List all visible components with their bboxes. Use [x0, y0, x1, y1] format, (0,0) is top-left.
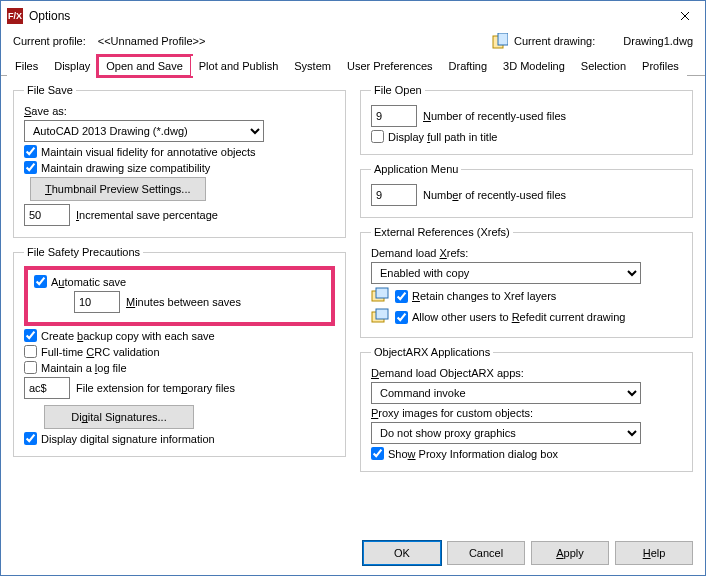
display-signature-checkbox[interactable]: Display digital signature information: [24, 432, 215, 445]
app-icon: F/X: [7, 8, 23, 24]
minutes-between-saves-label: Minutes between saves: [126, 296, 241, 308]
titlebar: F/X Options: [1, 1, 705, 31]
apply-button[interactable]: Apply: [531, 541, 609, 565]
right-column: File Open Number of recently-used files …: [360, 84, 693, 529]
group-application-menu: Application Menu Number of recently-used…: [360, 163, 693, 218]
save-as-label: Save as:: [24, 105, 67, 117]
current-profile-label: Current profile:: [13, 35, 86, 47]
automatic-save-checkbox[interactable]: Automatic save: [34, 275, 126, 288]
ok-button[interactable]: OK: [363, 541, 441, 565]
legend-objectarx: ObjectARX Applications: [371, 346, 493, 358]
drawing-icon: [492, 33, 508, 49]
create-backup-checkbox[interactable]: Create backup copy with each save: [24, 329, 215, 342]
display-signature-label: Display digital signature information: [41, 433, 215, 445]
full-path-label: Display full path in title: [388, 131, 497, 143]
autosave-highlight: Automatic save Minutes between saves: [24, 266, 335, 326]
tab-files[interactable]: Files: [7, 56, 46, 76]
group-file-safety: File Safety Precautions Automatic save M…: [13, 246, 346, 457]
demand-load-xrefs-select[interactable]: Enabled with copy: [371, 262, 641, 284]
create-backup-label: Create backup copy with each save: [41, 330, 215, 342]
incremental-save-label: Incremental save percentage: [76, 209, 218, 221]
maintain-visual-fidelity-checkbox[interactable]: Maintain visual fidelity for annotative …: [24, 145, 256, 158]
tab-strip: Files Display Open and Save Plot and Pub…: [1, 55, 705, 76]
svg-rect-5: [376, 309, 388, 319]
maintain-size-checkbox[interactable]: Maintain drawing size compatibility: [24, 161, 210, 174]
minutes-between-saves-input[interactable]: [74, 291, 120, 313]
tab-open-and-save[interactable]: Open and Save: [98, 56, 190, 76]
current-drawing-label: Current drawing:: [514, 35, 595, 47]
svg-rect-1: [498, 33, 508, 45]
svg-rect-3: [376, 288, 388, 298]
legend-file-open: File Open: [371, 84, 425, 96]
temp-file-ext-label: File extension for temporary files: [76, 382, 235, 394]
demand-load-arx-select[interactable]: Command invoke: [371, 382, 641, 404]
layers-icon: [371, 287, 389, 305]
crc-validation-label: Full-time CRC validation: [41, 346, 160, 358]
show-proxy-checkbox[interactable]: Show Proxy Information dialog box: [371, 447, 558, 460]
appmenu-recent-input[interactable]: [371, 184, 417, 206]
demand-load-arx-label: Demand load ObjectARX apps:: [371, 367, 524, 379]
legend-file-safety: File Safety Precautions: [24, 246, 143, 258]
tab-3d-modeling[interactable]: 3D Modeling: [495, 56, 573, 76]
allow-refedit-label: Allow other users to Refedit current dra…: [412, 311, 625, 323]
current-drawing-value: Drawing1.dwg: [623, 35, 693, 47]
legend-xrefs: External References (Xrefs): [371, 226, 513, 238]
retain-xref-layers-label: Retain changes to Xref layers: [412, 290, 556, 302]
dialog-footer: OK Cancel Apply Help: [1, 533, 705, 575]
options-dialog: F/X Options Current profile: <<Unnamed P…: [0, 0, 706, 576]
cancel-button[interactable]: Cancel: [447, 541, 525, 565]
window-title: Options: [29, 9, 665, 23]
group-file-open: File Open Number of recently-used files …: [360, 84, 693, 155]
thumbnail-preview-button[interactable]: Thumbnail Preview Settings...: [30, 177, 206, 201]
demand-load-xrefs-label: Demand load Xrefs:: [371, 247, 468, 259]
legend-application-menu: Application Menu: [371, 163, 461, 175]
recent-files-input[interactable]: [371, 105, 417, 127]
group-objectarx: ObjectARX Applications Demand load Objec…: [360, 346, 693, 472]
save-as-format[interactable]: AutoCAD 2013 Drawing (*.dwg): [24, 120, 264, 142]
temp-file-ext-input[interactable]: [24, 377, 70, 399]
log-file-checkbox[interactable]: Maintain a log file: [24, 361, 127, 374]
tab-display[interactable]: Display: [46, 56, 98, 76]
show-proxy-label: Show Proxy Information dialog box: [388, 448, 558, 460]
group-file-save: File Save Save as: AutoCAD 2013 Drawing …: [13, 84, 346, 238]
current-profile-value: <<Unnamed Profile>>: [98, 35, 206, 47]
incremental-save-input[interactable]: [24, 204, 70, 226]
appmenu-recent-label: Number of recently-used files: [423, 189, 566, 201]
digital-signatures-button[interactable]: Digital Signatures...: [44, 405, 194, 429]
options-body: File Save Save as: AutoCAD 2013 Drawing …: [1, 76, 705, 533]
close-button[interactable]: [665, 1, 705, 31]
group-external-references: External References (Xrefs) Demand load …: [360, 226, 693, 338]
retain-xref-layers-checkbox[interactable]: Retain changes to Xref layers: [395, 290, 556, 303]
recent-files-label: Number of recently-used files: [423, 110, 566, 122]
tab-user-prefs[interactable]: User Preferences: [339, 56, 441, 76]
log-file-label: Maintain a log file: [41, 362, 127, 374]
tab-plot-publish[interactable]: Plot and Publish: [191, 56, 287, 76]
layers-icon: [371, 308, 389, 326]
close-icon: [680, 11, 690, 21]
legend-file-save: File Save: [24, 84, 76, 96]
crc-validation-checkbox[interactable]: Full-time CRC validation: [24, 345, 160, 358]
help-button[interactable]: Help: [615, 541, 693, 565]
proxy-images-select[interactable]: Do not show proxy graphics: [371, 422, 641, 444]
tab-selection[interactable]: Selection: [573, 56, 634, 76]
proxy-images-label: Proxy images for custom objects:: [371, 407, 533, 419]
automatic-save-label: Automatic save: [51, 276, 126, 288]
tab-system[interactable]: System: [286, 56, 339, 76]
tab-profiles[interactable]: Profiles: [634, 56, 687, 76]
maintain-visual-label: Maintain visual fidelity for annotative …: [41, 146, 256, 158]
header-row: Current profile: <<Unnamed Profile>> Cur…: [1, 31, 705, 55]
allow-refedit-checkbox[interactable]: Allow other users to Refedit current dra…: [395, 311, 625, 324]
tab-drafting[interactable]: Drafting: [441, 56, 496, 76]
left-column: File Save Save as: AutoCAD 2013 Drawing …: [13, 84, 346, 529]
full-path-checkbox[interactable]: Display full path in title: [371, 130, 497, 143]
maintain-size-label: Maintain drawing size compatibility: [41, 162, 210, 174]
